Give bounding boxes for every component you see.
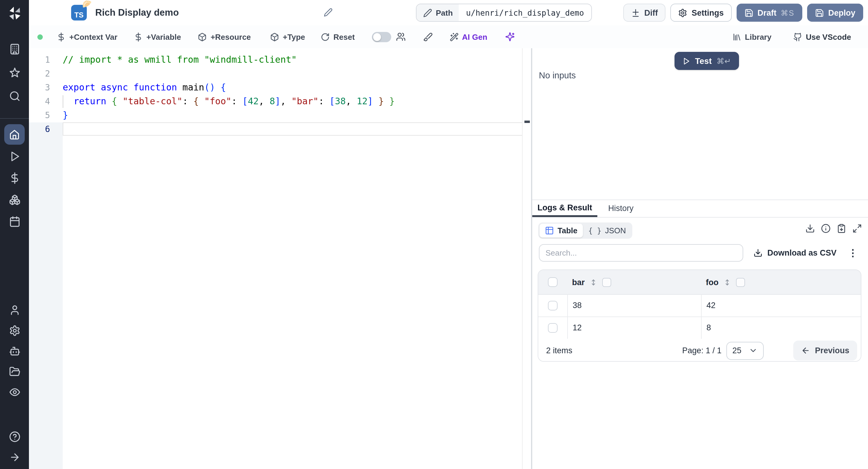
add-resource-button[interactable]: +Resource bbox=[198, 32, 251, 41]
settings-button[interactable]: Settings bbox=[671, 4, 732, 22]
library-button[interactable]: Library bbox=[733, 32, 772, 41]
braces-icon: { } bbox=[588, 226, 601, 235]
result-table: bar foo 38 42 bbox=[538, 270, 861, 362]
sidebar-item-settings[interactable] bbox=[0, 320, 29, 341]
table-row[interactable]: 38 42 bbox=[538, 294, 861, 317]
sidebar-item-resources[interactable] bbox=[0, 189, 29, 210]
add-variable-button[interactable]: +Variable bbox=[134, 32, 181, 41]
editor-scrollbar[interactable] bbox=[522, 48, 531, 469]
line-number: 6 bbox=[29, 122, 63, 136]
header-actions: Diff Settings Draft ⌘S Deploy bbox=[623, 4, 863, 22]
copy-to-clipboard-icon[interactable] bbox=[837, 224, 846, 233]
ai-gen-button[interactable]: AI Gen bbox=[450, 32, 487, 41]
select-all-checkbox[interactable] bbox=[548, 277, 558, 287]
cell-foo: 42 bbox=[707, 301, 715, 310]
windmill-logo[interactable] bbox=[7, 5, 22, 21]
path-pill[interactable]: Path u/henri/rich_display_demo bbox=[416, 4, 592, 22]
edit-summary-pencil-icon[interactable] bbox=[324, 8, 333, 19]
code-line-5[interactable]: 5} bbox=[29, 108, 531, 122]
sidebar-item-expand-sidebar[interactable] bbox=[0, 447, 29, 467]
sidebar-item-folders[interactable] bbox=[0, 361, 29, 382]
sidebar-item-workers[interactable] bbox=[0, 341, 29, 361]
download-icon bbox=[753, 248, 763, 257]
sidebar-item-schedules[interactable] bbox=[0, 210, 29, 232]
gutter-shade bbox=[29, 122, 63, 469]
collaborators-icon[interactable] bbox=[396, 32, 405, 41]
sidebar-item-runs[interactable] bbox=[0, 145, 29, 167]
play-icon bbox=[682, 57, 690, 65]
line-number: 5 bbox=[29, 108, 63, 122]
editor-toolbar: +Context Var +Variable +Resource +Type R… bbox=[29, 25, 868, 49]
github-icon bbox=[793, 32, 802, 41]
download-csv-button[interactable]: Download as CSV bbox=[753, 244, 837, 262]
reset-button[interactable]: Reset bbox=[321, 32, 355, 41]
row-checkbox[interactable] bbox=[548, 323, 558, 333]
table-menu-kebab[interactable]: ⋮ bbox=[848, 244, 858, 262]
library-icon bbox=[733, 32, 741, 41]
table-row[interactable]: 12 8 bbox=[538, 316, 861, 339]
format-brush-icon[interactable] bbox=[423, 32, 433, 41]
sidebar-item-search[interactable] bbox=[0, 84, 29, 108]
use-vscode-button[interactable]: Use VScode bbox=[793, 32, 851, 41]
path-value[interactable]: u/henri/rich_display_demo bbox=[459, 4, 591, 21]
sidebar-item-users[interactable] bbox=[0, 300, 29, 320]
sidebar-item-audit-logs[interactable] bbox=[0, 382, 29, 402]
sidebar-item-variables[interactable] bbox=[0, 167, 29, 189]
windmill-script-editor: TS 🥟 Rich Display demo Path u/henri/rich… bbox=[0, 0, 868, 469]
table-header-row: bar foo bbox=[538, 270, 861, 295]
sidebar-item-home[interactable] bbox=[0, 124, 29, 145]
draft-shortcut: ⌘S bbox=[781, 8, 795, 17]
add-context-var-button[interactable]: +Context Var bbox=[57, 32, 118, 41]
items-count: 2 items bbox=[546, 346, 572, 355]
code-editor[interactable]: 1// import * as wmill from "windmill-cli… bbox=[29, 48, 531, 469]
add-type-button[interactable]: +Type bbox=[270, 32, 305, 41]
package-icon bbox=[270, 32, 279, 41]
table-search-input[interactable] bbox=[539, 244, 743, 262]
sidebar-item-favorites[interactable] bbox=[0, 61, 29, 84]
column-foo-filter-box[interactable] bbox=[736, 278, 745, 287]
chevron-down-icon bbox=[749, 346, 758, 355]
wand-sparkles-icon bbox=[450, 32, 458, 41]
expand-icon[interactable] bbox=[852, 224, 862, 233]
sidebar-item-workspace[interactable] bbox=[0, 37, 29, 61]
code-line-2[interactable]: 2 bbox=[29, 67, 531, 81]
tab-logs-result[interactable]: Logs & Result bbox=[532, 199, 597, 217]
sort-bar-icon[interactable] bbox=[590, 278, 597, 286]
script-title: Rich Display demo bbox=[95, 7, 179, 18]
column-header-bar[interactable]: bar bbox=[572, 278, 585, 287]
column-bar-filter-box[interactable] bbox=[602, 278, 611, 287]
assistant-toggle[interactable] bbox=[372, 32, 391, 42]
view-json-segment[interactable]: { } JSON bbox=[583, 224, 631, 238]
reset-icon bbox=[321, 32, 330, 41]
tab-history[interactable]: History bbox=[597, 199, 644, 217]
result-action-icons bbox=[805, 224, 862, 233]
diff-button[interactable]: Diff bbox=[623, 4, 666, 22]
run-area: Test ⌘↵ No inputs bbox=[532, 48, 868, 200]
code-line-1[interactable]: 1// import * as wmill from "windmill-cli… bbox=[29, 53, 531, 67]
sidebar bbox=[0, 0, 29, 469]
column-header-foo[interactable]: foo bbox=[706, 278, 718, 287]
gear-icon bbox=[678, 8, 687, 17]
download-result-icon[interactable] bbox=[805, 224, 815, 233]
sparkles-icon[interactable] bbox=[505, 32, 515, 41]
sort-foo-icon[interactable] bbox=[723, 278, 731, 286]
run-result-panel: Test ⌘↵ No inputs Logs & Result History … bbox=[532, 48, 868, 469]
arrow-left-icon bbox=[801, 346, 810, 355]
sidebar-item-help[interactable] bbox=[0, 426, 29, 447]
info-icon[interactable] bbox=[821, 224, 831, 233]
dollar-icon bbox=[57, 32, 66, 41]
page-size-select[interactable]: 25 bbox=[726, 342, 764, 359]
row-checkbox[interactable] bbox=[548, 301, 558, 310]
test-button[interactable]: Test ⌘↵ bbox=[675, 52, 739, 70]
sidebar-divider bbox=[0, 118, 29, 119]
previous-page-button[interactable]: Previous bbox=[793, 341, 857, 361]
deploy-button[interactable]: Deploy bbox=[807, 4, 863, 22]
code-line-6[interactable]: 6 bbox=[29, 122, 531, 136]
view-table-segment[interactable]: Table bbox=[539, 224, 583, 238]
result-area: Logs & Result History Table { } JSON bbox=[532, 199, 868, 469]
code-line-4[interactable]: 4 return { "table-col": { "foo": [42, 8]… bbox=[29, 95, 531, 108]
draft-button[interactable]: Draft ⌘S bbox=[736, 4, 802, 22]
code-line-3[interactable]: 3export async function main() { bbox=[29, 81, 531, 95]
path-label: Path bbox=[416, 4, 459, 21]
line-number: 3 bbox=[29, 81, 63, 95]
